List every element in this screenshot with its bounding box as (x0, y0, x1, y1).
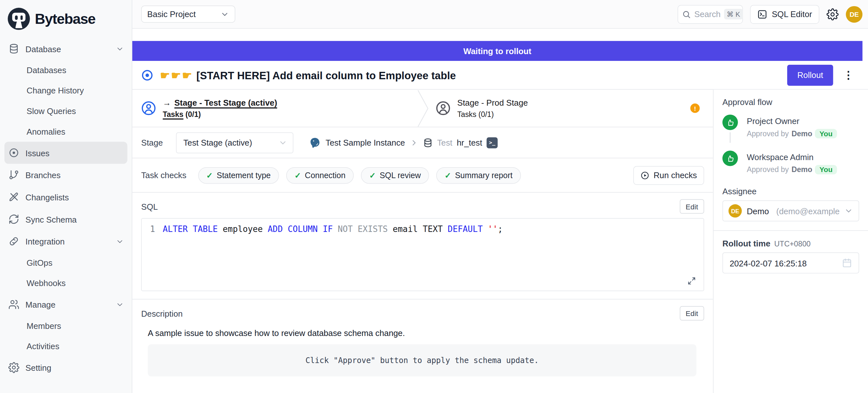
description-section: Description Edit A sample issue to showc… (132, 300, 713, 376)
description-note-text: Click "Approve" button to apply the sche… (306, 356, 539, 365)
task-checks-row: Task checks ✓Statement type✓Connection✓S… (132, 158, 713, 193)
issue-body: →Stage - Test Stage (active) Tasks (0/1) (132, 90, 868, 393)
stage-tab-test-text: →Stage - Test Stage (active) Tasks (0/1) (163, 98, 277, 119)
task-check-pill-statement-type[interactable]: ✓Statement type (198, 167, 279, 184)
stage-tab-test[interactable]: →Stage - Test Stage (active) Tasks (0/1) (141, 90, 416, 127)
home-logo-link[interactable]: Bytebase (0, 0, 132, 35)
panel-divider (713, 230, 868, 231)
issue-detail-column: →Stage - Test Stage (active) Tasks (0/1) (132, 90, 713, 393)
description-label: Description (141, 309, 183, 318)
task-check-pill-summary-report[interactable]: ✓Summary report (436, 167, 521, 184)
stage-label: Stage (141, 138, 163, 147)
description-edit-button[interactable]: Edit (680, 306, 704, 321)
assignee-avatar: DE (728, 204, 742, 217)
sidebar-item-integration[interactable]: Integration (0, 230, 132, 252)
gear-icon[interactable] (827, 8, 839, 20)
sidebar-item-label: Members (27, 321, 61, 331)
user-avatar[interactable]: DE (846, 6, 863, 23)
open-sql-editor-icon[interactable]: >_ (487, 137, 497, 148)
sql-token-keyword: ADD COLUMN IF (268, 224, 338, 234)
sidebar-item-branches[interactable]: Branches (0, 164, 132, 186)
sidebar-item-databases[interactable]: Databases (0, 60, 132, 81)
play-circle-icon (640, 171, 649, 179)
changelist-icon (8, 191, 19, 203)
rollout-time-input[interactable]: 2024-02-07 16:25:18 (722, 252, 859, 273)
sidebar-item-members[interactable]: Members (0, 315, 132, 336)
run-checks-label: Run checks (654, 171, 697, 180)
sidebar-item-gitops[interactable]: GitOps (0, 252, 132, 273)
sidebar-item-sync-schema[interactable]: Sync Schema (0, 208, 132, 230)
approval-step-workspace-admin: Workspace AdminApproved byDemoYou (722, 150, 859, 179)
sql-statement: ALTER TABLE employee ADD COLUMN IF NOT E… (163, 224, 503, 234)
task-check-label: Summary report (455, 171, 513, 179)
assignee-label: Assignee (722, 186, 859, 196)
sidebar-item-webhooks[interactable]: Webhooks (0, 273, 132, 294)
sidebar-item-slow-queries[interactable]: Slow Queries (0, 101, 132, 121)
sql-token-plain: ; (498, 224, 503, 234)
sql-editor-button[interactable]: SQL Editor (750, 5, 819, 24)
issue-status-icon (141, 69, 153, 81)
approval-step-text: Project OwnerApproved byDemoYou (747, 115, 837, 143)
sidebar-item-changelists[interactable]: Changelists (0, 186, 132, 208)
bytebase-logo-icon (8, 8, 30, 30)
database-name[interactable]: hr_test (457, 138, 482, 147)
database-icon (8, 43, 19, 55)
chevron-down-icon (116, 237, 124, 245)
assignee-select[interactable]: DE Demo (demo@example (722, 200, 859, 221)
approval-step-project-owner: Project OwnerApproved byDemoYou (722, 115, 859, 143)
more-options-icon[interactable]: ⋮ (840, 69, 859, 82)
search-input[interactable]: Search ⌘ K (678, 5, 743, 24)
rollout-time-value: 2024-02-07 16:25:18 (730, 259, 842, 268)
check-icon: ✓ (294, 171, 301, 179)
sidebar-item-manage[interactable]: Manage (0, 294, 132, 316)
approval-steps: Project OwnerApproved byDemoYouWorkspace… (722, 115, 859, 179)
project-selector[interactable]: Basic Project (141, 5, 235, 23)
assignee-email: (demo@example (772, 206, 844, 215)
sidebar-item-label: Databases (27, 65, 66, 75)
expand-icon[interactable] (687, 277, 696, 285)
rollout-button[interactable]: Rollout (787, 64, 833, 85)
sidebar-item-change-history[interactable]: Change History (0, 80, 132, 101)
run-checks-button[interactable]: Run checks (633, 166, 704, 185)
sidebar-item-activities[interactable]: Activities (0, 336, 132, 357)
approval-icon-column (722, 115, 738, 143)
stage-tasks-count: (0/1) (185, 110, 201, 119)
stage-tab-title: Stage - Prod Stage (457, 98, 528, 107)
description-header: Description Edit (132, 300, 713, 321)
sidebar-item-label: GitOps (27, 258, 53, 267)
task-check-pill-connection[interactable]: ✓Connection (286, 167, 354, 184)
sql-edit-button[interactable]: Edit (680, 200, 704, 214)
sql-label: SQL (141, 202, 158, 211)
stage-select-value: Test Stage (active) (183, 138, 278, 147)
check-icon: ✓ (445, 171, 451, 179)
sidebar-nav: DatabaseDatabasesChange HistorySlow Quer… (0, 35, 132, 393)
sql-editor[interactable]: 1 ALTER TABLE employee ADD COLUMN IF NOT… (141, 218, 704, 291)
circle-dot-icon (8, 147, 19, 158)
sidebar-item-issues[interactable]: Issues (4, 142, 127, 164)
issue-title-row: ☛☛☛[START HERE] Add email column to Empl… (132, 61, 868, 90)
status-banner-text: Waiting to rollout (463, 46, 531, 55)
sidebar-item-label: Change History (27, 86, 84, 95)
chevron-down-icon (844, 207, 853, 215)
stage-tasks-count: (0/1) (478, 110, 494, 119)
search-icon (682, 10, 691, 18)
you-badge: You (815, 165, 837, 174)
sql-token-plain: employee (223, 224, 268, 234)
instance-name[interactable]: Test Sample Instance (326, 138, 405, 147)
sidebar-item-database[interactable]: Database (0, 38, 132, 60)
task-check-pill-sql-review[interactable]: ✓SQL review (361, 167, 429, 184)
stage-person-icon (436, 101, 451, 116)
stage-tasks-link[interactable]: Tasks (163, 110, 184, 119)
sidebar-item-setting[interactable]: Setting (0, 357, 132, 379)
stage-select[interactable]: Test Stage (active) (176, 132, 293, 153)
approval-status-prefix: Approved by (747, 129, 788, 138)
sync-icon (8, 213, 19, 225)
rollout-timezone: UTC+0800 (774, 240, 811, 248)
approval-role: Project Owner (747, 115, 837, 126)
rollout-time-header: Rollout time UTC+0800 (722, 239, 859, 248)
description-text: A sample issue to showcase how to review… (148, 328, 704, 338)
chevron-down-icon (116, 300, 124, 309)
sql-token-keyword: ALTER TABLE (163, 224, 223, 234)
sidebar-item-anomalies[interactable]: Anomalies (0, 121, 132, 142)
stage-tab-prod[interactable]: Stage - Prod Stage Tasks (0/1) (436, 90, 528, 127)
